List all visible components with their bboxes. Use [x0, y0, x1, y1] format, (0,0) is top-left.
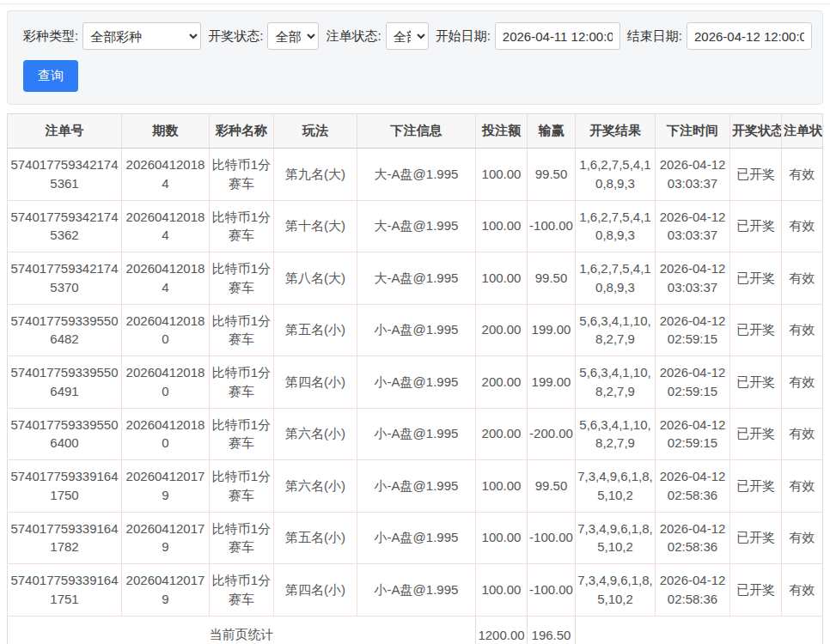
bet-time-cell: 2026-04-12 02:59:15 — [656, 304, 730, 356]
col-header-bet-info: 下注信息 — [357, 114, 476, 149]
period-cell: 202604120184 — [122, 149, 210, 201]
bet-amount-cell: 100.00 — [476, 564, 528, 617]
draw-result-cell: 1,6,2,7,5,4,10,8,9,3 — [576, 149, 656, 201]
lottery-type-select[interactable]: 全部彩种 — [82, 22, 201, 50]
start-date-label: 开始日期: — [436, 28, 491, 45]
draw-result-cell: 1,6,2,7,5,4,10,8,9,3 — [576, 252, 656, 305]
col-header-lottery-name: 彩种名称 — [210, 114, 274, 149]
order-id-cell: 5740177593395506482 — [8, 304, 122, 356]
lottery-name-cell: 比特币1分赛车 — [210, 252, 274, 305]
col-header-order-status: 注单状态 — [782, 114, 823, 149]
bet-info-cell: 大-A盘@1.995 — [357, 200, 476, 252]
order-id-cell: 5740177593395506400 — [8, 408, 122, 460]
win-loss-cell: 99.50 — [528, 252, 576, 305]
lottery-name-cell: 比特币1分赛车 — [210, 200, 274, 252]
table-row: 5740177593421745361202604120184比特币1分赛车第九… — [8, 149, 823, 201]
order-status-cell: 有效 — [782, 564, 823, 617]
order-id-cell: 5740177593391641750 — [8, 460, 122, 513]
table-row: 5740177593395506400202604120180比特币1分赛车第六… — [8, 408, 823, 460]
draw-status-cell: 已开奖 — [730, 304, 782, 356]
bet-time-cell: 2026-04-12 03:03:37 — [656, 252, 730, 305]
bet-info-cell: 大-A盘@1.995 — [357, 252, 476, 305]
bet-amount-cell: 100.00 — [476, 460, 528, 513]
lottery-name-cell: 比特币1分赛车 — [210, 564, 274, 617]
draw-result-cell: 1,6,2,7,5,4,10,8,9,3 — [576, 200, 656, 252]
top-divider — [0, 0, 830, 4]
table-row: 5740177593391641750202604120179比特币1分赛车第六… — [8, 460, 823, 513]
draw-result-cell: 5,6,3,4,1,10,8,2,7,9 — [576, 408, 656, 460]
period-cell: 202604120184 — [122, 200, 210, 252]
table-row: 5740177593421745370202604120184比特币1分赛车第八… — [8, 252, 823, 305]
bet-info-cell: 小-A盘@1.995 — [357, 512, 476, 564]
order-id-cell: 5740177593421745370 — [8, 252, 122, 305]
bet-info-cell: 小-A盘@1.995 — [357, 460, 476, 513]
period-cell: 202604120184 — [122, 252, 210, 305]
table-row: 5740177593395506482202604120180比特币1分赛车第五… — [8, 304, 823, 356]
bet-time-cell: 2026-04-12 02:59:15 — [656, 356, 730, 409]
bet-info-cell: 小-A盘@1.995 — [357, 356, 476, 409]
order-status-cell: 有效 — [782, 200, 823, 252]
period-cell: 202604120180 — [122, 408, 210, 460]
bet-info-cell: 大-A盘@1.995 — [357, 149, 476, 201]
draw-result-cell: 5,6,3,4,1,10,8,2,7,9 — [576, 304, 656, 356]
draw-result-cell: 7,3,4,9,6,1,8,5,10,2 — [576, 512, 656, 564]
table-row: 5740177593391641782202604120179比特币1分赛车第五… — [8, 512, 823, 564]
bet-time-cell: 2026-04-12 03:03:37 — [656, 149, 730, 201]
bet-amount-cell: 200.00 — [476, 304, 528, 356]
end-date-label: 结束日期: — [627, 28, 682, 45]
draw-status-cell: 已开奖 — [730, 200, 782, 252]
bet-info-cell: 小-A盘@1.995 — [357, 564, 476, 617]
play-type-cell: 第六名(小) — [274, 408, 357, 460]
table-row: 5740177593391641751202604120179比特币1分赛车第四… — [8, 564, 823, 617]
play-type-cell: 第四名(小) — [274, 356, 357, 409]
win-loss-cell: -100.00 — [528, 200, 576, 252]
order-status-cell: 有效 — [782, 356, 823, 409]
table-row: 5740177593395506491202604120180比特币1分赛车第四… — [8, 356, 823, 409]
bet-time-cell: 2026-04-12 03:03:37 — [656, 200, 730, 252]
draw-status-select[interactable]: 全部 — [267, 22, 319, 50]
bet-amount-cell: 100.00 — [476, 252, 528, 305]
end-date-input[interactable] — [687, 22, 812, 50]
draw-result-cell: 5,6,3,4,1,10,8,2,7,9 — [576, 356, 656, 409]
bet-time-cell: 2026-04-12 02:58:36 — [656, 564, 730, 617]
lottery-name-cell: 比特币1分赛车 — [210, 512, 274, 564]
lottery-name-cell: 比特币1分赛车 — [210, 304, 274, 356]
order-id-cell: 5740177593391641751 — [8, 564, 122, 617]
draw-status-cell: 已开奖 — [730, 408, 782, 460]
order-status-select[interactable]: 全部 — [386, 22, 429, 50]
filter-row: 彩种类型: 全部彩种 开奖状态: 全部 注单状态: 全部 开始日期: 结束日期: — [16, 22, 812, 50]
order-id-cell: 5740177593395506491 — [8, 356, 122, 409]
draw-status-cell: 已开奖 — [730, 512, 782, 564]
draw-result-cell: 7,3,4,9,6,1,8,5,10,2 — [576, 564, 656, 617]
order-status-cell: 有效 — [782, 149, 823, 201]
table-header: 注单号期数彩种名称玩法下注信息投注额输赢开奖结果下注时间开奖状态注单状态 — [8, 114, 823, 149]
order-status-cell: 有效 — [782, 512, 823, 564]
bet-amount-cell: 200.00 — [476, 408, 528, 460]
draw-result-cell: 7,3,4,9,6,1,8,5,10,2 — [576, 460, 656, 513]
col-header-period: 期数 — [122, 114, 210, 149]
col-header-win-loss: 输赢 — [528, 114, 576, 149]
order-status-cell: 有效 — [782, 460, 823, 513]
start-date-input[interactable] — [495, 22, 620, 50]
win-loss-cell: 199.00 — [528, 304, 576, 356]
filter-panel: 彩种类型: 全部彩种 开奖状态: 全部 注单状态: 全部 开始日期: 结束日期:… — [7, 10, 823, 105]
draw-status-cell: 已开奖 — [730, 149, 782, 201]
order-status-cell: 有效 — [782, 304, 823, 356]
col-header-draw-status: 开奖状态 — [730, 114, 782, 149]
win-loss-cell: 99.50 — [528, 460, 576, 513]
win-loss-cell: -100.00 — [528, 512, 576, 564]
lottery-type-label: 彩种类型: — [23, 28, 78, 45]
draw-status-cell: 已开奖 — [730, 564, 782, 617]
search-button[interactable]: 查询 — [23, 60, 78, 92]
period-cell: 202604120180 — [122, 356, 210, 409]
col-header-bet-amount: 投注额 — [476, 114, 528, 149]
total-empty-cell — [576, 616, 823, 644]
play-type-cell: 第九名(大) — [274, 149, 357, 201]
col-header-draw-result: 开奖结果 — [576, 114, 656, 149]
total-win-loss-cell: 196.50 — [528, 616, 576, 644]
draw-status-cell: 已开奖 — [730, 356, 782, 409]
period-cell: 202604120179 — [122, 564, 210, 617]
lottery-name-cell: 比特币1分赛车 — [210, 408, 274, 460]
period-cell: 202604120180 — [122, 304, 210, 356]
col-header-order-id: 注单号 — [8, 114, 122, 149]
